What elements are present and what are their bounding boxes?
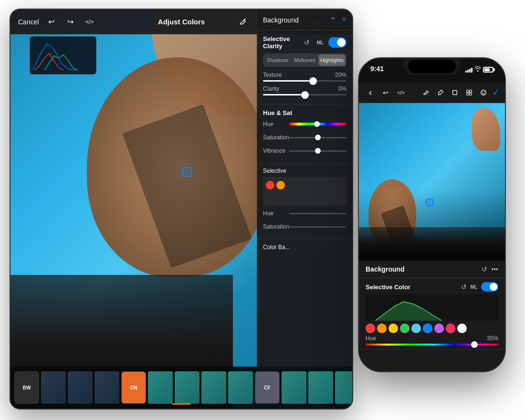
filmstrip-thumb-2[interactable]: [68, 371, 93, 404]
face-shadow: [122, 104, 252, 268]
clarity-slider-row: Clarity 0%: [263, 85, 346, 95]
selective-clarity-title: Selective Clarity: [263, 35, 302, 50]
texture-value: 20%: [335, 72, 346, 78]
svg-point-0: [244, 19, 245, 20]
texture-slider-row: Texture 20%: [263, 72, 346, 82]
vibrance-bar[interactable]: [289, 150, 346, 152]
iphone-panel: Background ↺ ••• Selective Color ↺ ML: [359, 261, 505, 371]
tablet-device: Cancel ↩ ↪ </> Adjust Colors: [10, 9, 353, 410]
filmstrip-thumb-1[interactable]: [41, 371, 66, 404]
texture-slider-thumb[interactable]: [309, 77, 317, 85]
clarity-slider-track[interactable]: [263, 94, 346, 95]
svg-rect-11: [470, 90, 472, 92]
hue-bar[interactable]: [289, 123, 346, 126]
filmstrip-thumb-9[interactable]: [308, 371, 333, 404]
swatch-red[interactable]: [266, 181, 274, 189]
iphone-selective-toggle[interactable]: [481, 282, 498, 292]
iphone-hue-thumb[interactable]: [471, 341, 478, 348]
filmstrip-cn-badge[interactable]: CN: [121, 371, 146, 404]
iphone-brush-icon[interactable]: [435, 87, 446, 98]
iphone-selective-reset-button[interactable]: ↺: [461, 283, 467, 291]
iphone-swatch-yellow[interactable]: [388, 324, 398, 333]
iphone-grid-icon[interactable]: [463, 87, 475, 98]
filmstrip-thumb-6[interactable]: [201, 371, 226, 404]
hue-label: Hue: [263, 121, 289, 127]
clarity-slider-thumb[interactable]: [301, 91, 309, 99]
cancel-button[interactable]: Cancel: [18, 18, 39, 26]
color-balance-section: Color Ba...: [257, 239, 352, 255]
iphone-check-button[interactable]: ✓: [492, 87, 499, 98]
hue-sat-title: Hue & Sat: [263, 109, 346, 116]
photo-pin-marker[interactable]: [182, 167, 192, 177]
undo-button[interactable]: ↩: [45, 15, 58, 29]
signal-bar-3: [469, 69, 471, 73]
iphone-reset-button[interactable]: ↺: [482, 265, 487, 273]
highlights-segment[interactable]: Highlights: [318, 54, 346, 66]
texture-slider-track[interactable]: [263, 80, 346, 82]
color-balance-title: Color Ba...: [263, 244, 290, 251]
iphone-more-button[interactable]: •••: [491, 265, 498, 273]
panel-header-title: Background: [263, 16, 299, 24]
selective-sat-bar[interactable]: [289, 226, 346, 228]
svg-point-16: [484, 91, 485, 92]
iphone-histogram: [366, 294, 498, 321]
selective-clarity-ml-button[interactable]: ML: [315, 37, 326, 48]
battery-cap: [494, 68, 495, 71]
tablet-right-panel: Background ⌃ + Selective Clarity ↺ ML: [257, 10, 352, 367]
selective-clarity-section: Selective Clarity ↺ ML Shadows Midtones: [257, 31, 352, 105]
filmstrip-thumb-7[interactable]: [228, 371, 253, 404]
iphone-swatch-teal[interactable]: [411, 324, 421, 333]
code-button[interactable]: </>: [83, 15, 96, 29]
iphone-undo-button[interactable]: ↩: [380, 87, 391, 98]
svg-point-15: [482, 91, 483, 92]
clarity-slider-fill: [263, 94, 305, 95]
filmstrip-cf-badge[interactable]: CF: [255, 371, 280, 404]
panel-add-button[interactable]: +: [341, 15, 346, 25]
iphone-swatch-red[interactable]: [366, 324, 375, 333]
filmstrip-thumb-4[interactable]: [148, 371, 173, 404]
iphone-swatch-blue[interactable]: [423, 324, 432, 333]
iphone-swatch-orange[interactable]: [377, 324, 387, 333]
iphone-smiley-icon[interactable]: [478, 87, 489, 98]
selective-clarity-toggle[interactable]: [328, 37, 346, 48]
midtones-segment[interactable]: Midtones: [291, 54, 318, 66]
filmstrip-thumb-5[interactable]: [175, 371, 200, 404]
iphone-back-button[interactable]: ‹: [365, 87, 376, 98]
texture-slider-fill: [263, 80, 313, 82]
signal-bar-2: [467, 70, 469, 73]
selective-clarity-reset-button[interactable]: ↺: [302, 37, 312, 48]
iphone-photo-pin[interactable]: [426, 199, 433, 206]
filmstrip-thumb-3[interactable]: [94, 371, 119, 404]
filmstrip-thumb-10[interactable]: [335, 371, 352, 404]
iphone-selective-color-section: Selective Color ↺ ML: [359, 278, 505, 350]
iphone-code-button[interactable]: </>: [395, 87, 407, 98]
iphone-swatch-green[interactable]: [400, 324, 410, 333]
panel-chevron-button[interactable]: ⌃: [328, 15, 338, 25]
filmstrip-progress-dot: [172, 403, 191, 405]
panel-header: Background ⌃ +: [257, 10, 352, 31]
toolbar-pen-icon[interactable]: [236, 15, 250, 29]
iphone-device: 9:41: [358, 57, 506, 372]
iphone-hue-slider[interactable]: [366, 344, 498, 346]
iphone-pen-icon[interactable]: [420, 87, 432, 98]
cf-label: CF: [264, 385, 270, 390]
saturation-bar[interactable]: [289, 137, 346, 138]
iphone-toolbar-left: ‹ ↩ </>: [365, 87, 407, 98]
tablet-screen: Cancel ↩ ↪ </> Adjust Colors: [10, 10, 352, 409]
iphone-ml-button[interactable]: ML: [471, 284, 477, 290]
redo-button[interactable]: ↪: [64, 15, 77, 29]
iphone-swatch-white[interactable]: [457, 324, 467, 333]
filmstrip-bw-badge[interactable]: BW: [14, 371, 39, 404]
iphone-panel-header: Background ↺ •••: [359, 261, 505, 278]
swatch-orange[interactable]: [276, 181, 285, 189]
iphone-swatch-purple[interactable]: [434, 324, 444, 333]
iphone-hue-value: 35%: [487, 335, 498, 342]
selective-hue-bar[interactable]: [289, 213, 346, 214]
toggle-knob: [337, 38, 346, 47]
iphone-panel-icons: ↺ •••: [482, 265, 498, 273]
filmstrip-thumb-8[interactable]: [282, 371, 306, 404]
vibrance-row: Vibrance: [263, 145, 346, 157]
iphone-crop-icon[interactable]: [449, 87, 461, 98]
iphone-swatch-pink[interactable]: [446, 324, 455, 333]
shadows-segment[interactable]: Shadows: [264, 54, 291, 66]
